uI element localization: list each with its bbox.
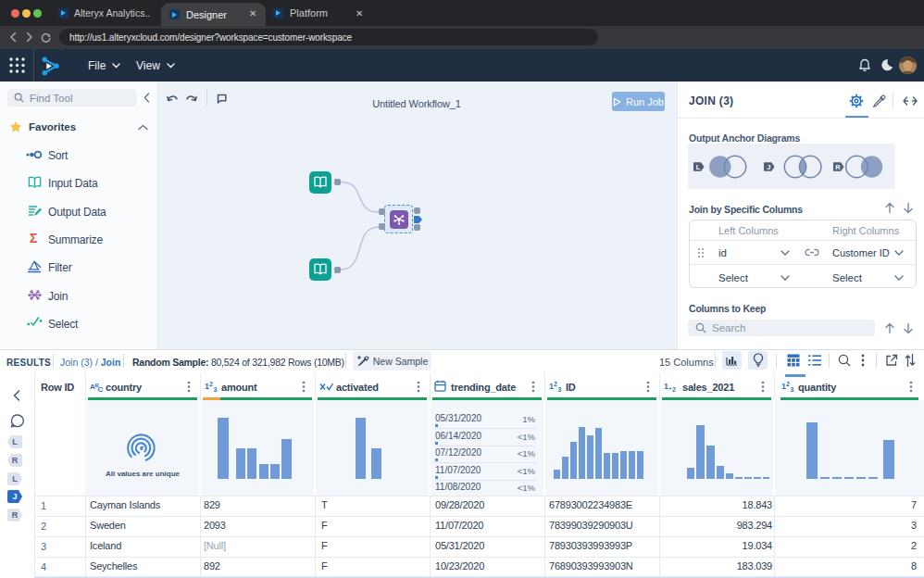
svg-text:1: 1: [664, 382, 668, 391]
svg-text:J: J: [767, 163, 770, 171]
svg-text:C: C: [98, 385, 104, 393]
svg-text:2: 2: [554, 381, 557, 387]
svg-text:2: 2: [672, 386, 676, 393]
svg-text:3: 3: [791, 386, 794, 393]
svg-text:3: 3: [214, 386, 218, 393]
svg-text:2: 2: [786, 381, 790, 387]
svg-text:3: 3: [558, 386, 562, 393]
svg-text:2: 2: [209, 381, 213, 387]
svg-text:L: L: [696, 163, 701, 171]
svg-text:R: R: [835, 163, 841, 171]
